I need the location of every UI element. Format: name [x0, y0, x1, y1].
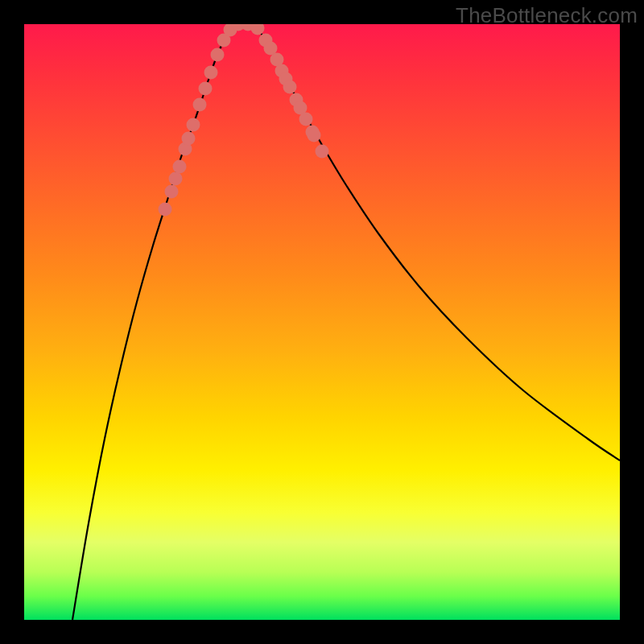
chart-frame: TheBottleneck.com: [0, 0, 644, 644]
marker-point: [211, 48, 225, 62]
marker-point: [182, 132, 196, 146]
marker-point: [169, 172, 183, 186]
marker-point: [199, 82, 213, 96]
marker-point: [187, 118, 200, 132]
watermark-text: TheBottleneck.com: [456, 3, 638, 28]
v-curve: [72, 24, 620, 620]
marker-point: [251, 24, 265, 35]
marker-point: [165, 185, 179, 199]
marker-point: [316, 145, 329, 159]
curve-svg: [24, 24, 620, 620]
marker-point: [299, 113, 313, 126]
marker-point: [204, 66, 218, 80]
marker-point: [308, 129, 321, 142]
curve-group: [72, 24, 620, 620]
marker-point: [173, 160, 187, 174]
marker-point: [283, 80, 297, 94]
marker-point: [193, 98, 207, 112]
plot-area: [24, 24, 620, 620]
marker-point: [159, 203, 172, 217]
marker-group: [159, 24, 329, 217]
